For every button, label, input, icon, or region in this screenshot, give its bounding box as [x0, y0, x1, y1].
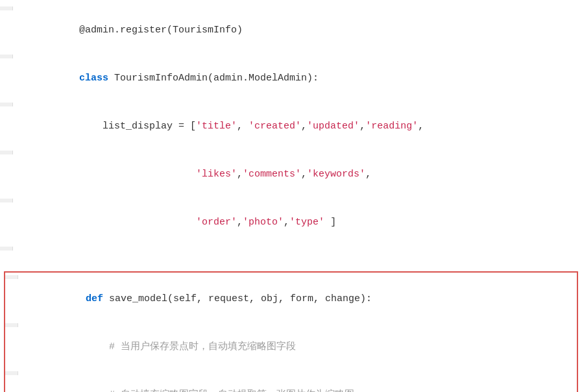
code-span: , — [237, 169, 243, 180]
code-block: @admin.register(TourismInfo) class Touri… — [0, 6, 582, 392]
line-content-3: list_display = ['title', 'created','upda… — [13, 103, 582, 151]
code-span: ] — [324, 217, 336, 228]
code-span: 'comments' — [243, 169, 301, 180]
boxed-code-section: def save_model(self, request, obj, form,… — [4, 271, 578, 392]
line-number-8 — [5, 371, 18, 375]
code-line-4: 'likes','comments','keywords', — [0, 151, 582, 199]
code-span: def — [86, 293, 109, 304]
line-content-empty — [13, 247, 582, 263]
code-span: (admin.ModelAdmin): — [208, 73, 319, 84]
code-span: , — [359, 121, 365, 132]
code-span: # 自动填充缩略图字段，自动提取第一张图片作为缩略图 — [86, 389, 354, 392]
line-number-7 — [5, 323, 18, 327]
code-editor: @admin.register(TourismInfo) class Touri… — [0, 6, 582, 392]
line-number-3 — [0, 103, 13, 106]
code-span: , — [365, 169, 371, 180]
code-span: , — [301, 121, 307, 132]
code-span: 'photo' — [243, 217, 284, 228]
code-span: 'title' — [196, 121, 237, 132]
code-span — [79, 217, 196, 228]
code-span: (self, request, obj, form, change): — [167, 293, 372, 304]
code-span: 'type' — [289, 217, 324, 228]
line-content-1: @admin.register(TourismInfo) — [13, 6, 582, 55]
code-line-6: def save_model(self, request, obj, form,… — [5, 275, 577, 323]
line-content-5: 'order','photo','type' ] — [13, 199, 582, 247]
line-number-6 — [5, 275, 18, 279]
code-line-5: 'order','photo','type' ] — [0, 199, 582, 247]
code-span: 'keywords' — [307, 169, 365, 180]
code-span: class — [79, 73, 114, 84]
code-line-1: @admin.register(TourismInfo) — [0, 6, 582, 55]
code-span: 'created' — [249, 121, 301, 132]
line-number-2 — [0, 55, 13, 58]
code-span — [79, 169, 196, 180]
code-span: , — [284, 217, 289, 228]
line-content-6: def save_model(self, request, obj, form,… — [18, 275, 577, 323]
code-span: , — [418, 121, 424, 132]
code-line-7: # 当用户保存景点时，自动填充缩略图字段 — [5, 323, 577, 371]
code-span: TourismInfoAdmin — [114, 73, 208, 84]
code-span: , — [237, 217, 243, 228]
code-line-8: # 自动填充缩略图字段，自动提取第一张图片作为缩略图 — [5, 371, 577, 392]
code-span: 'likes' — [196, 169, 237, 180]
code-span: save_model — [109, 293, 167, 304]
code-span: 'order' — [196, 217, 237, 228]
line-content-2: class TourismInfoAdmin(admin.ModelAdmin)… — [13, 55, 582, 103]
line-number-5 — [0, 199, 13, 202]
code-line-2: class TourismInfoAdmin(admin.ModelAdmin)… — [0, 55, 582, 103]
line-content-4: 'likes','comments','keywords', — [13, 151, 582, 199]
line-number-4 — [0, 151, 13, 154]
top-code-section: @admin.register(TourismInfo) class Touri… — [0, 6, 582, 266]
line-content-8: # 自动填充缩略图字段，自动提取第一张图片作为缩略图 — [18, 371, 577, 392]
code-span: 'reading' — [365, 121, 418, 132]
line-number-empty — [0, 247, 13, 251]
code-span: list_display = [ — [79, 121, 196, 132]
code-span: @admin.register(TourismInfo) — [79, 25, 243, 36]
code-line-empty — [0, 247, 582, 263]
line-number-1 — [0, 6, 13, 10]
code-line-3: list_display = ['title', 'created','upda… — [0, 103, 582, 151]
code-span: 'updated' — [307, 121, 359, 132]
line-content-7: # 当用户保存景点时，自动填充缩略图字段 — [18, 323, 577, 371]
code-span: , — [237, 121, 249, 132]
code-span: # 当用户保存景点时，自动填充缩略图字段 — [86, 341, 296, 352]
code-span: , — [301, 169, 307, 180]
